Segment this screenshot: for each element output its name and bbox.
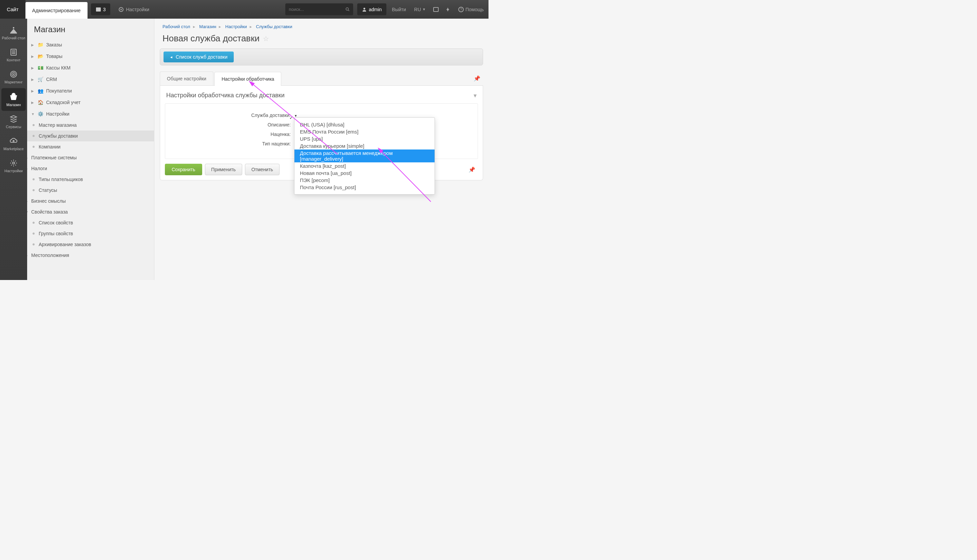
rail-item-marketing[interactable]: Маркетинг: [0, 66, 27, 88]
rail-label: Маркетинг: [0, 80, 27, 84]
top-header: Сайт Администрирование 3 Настройки admin…: [0, 0, 489, 18]
apply-button[interactable]: Применить: [205, 164, 242, 175]
search-input[interactable]: [289, 7, 346, 12]
dropdown-option[interactable]: Новая почта [ua_post]: [294, 170, 434, 177]
sidebar-sub-companies[interactable]: Компании: [27, 142, 154, 152]
logout-link[interactable]: Выйти: [388, 0, 410, 18]
panel-title: Настройки обработчика службы доставки: [166, 92, 285, 99]
content-icon: [10, 48, 18, 56]
sidebar-sub-taxes[interactable]: ▶Налоги: [27, 163, 154, 174]
rail-item-desktop[interactable]: Рабочий стол: [0, 22, 27, 44]
breadcrumb-item[interactable]: Службы доставки: [256, 24, 292, 29]
sidebar-item-orders[interactable]: ▶📁Заказы: [27, 39, 154, 50]
help-link[interactable]: ? Помощь: [454, 0, 489, 18]
breadcrumb-item[interactable]: Настройки: [225, 24, 247, 29]
sidebar-sub-props[interactable]: ▼Свойства заказа: [27, 207, 154, 217]
sidebar-item-settings[interactable]: ▼⚙️Настройки: [27, 108, 154, 120]
dropdown-option[interactable]: Почта России [rus_post]: [294, 184, 434, 191]
service-dropdown-popup: DHL (USA) [dhlusa] EMS Почта России [ems…: [294, 117, 435, 195]
logout-label: Выйти: [392, 7, 406, 12]
label-service: Служба доставки:: [165, 113, 294, 118]
svg-point-16: [13, 73, 14, 75]
sidebar-item-customers[interactable]: ▶👥Покупатели: [27, 85, 154, 97]
gear-icon: ⚙️: [37, 111, 43, 117]
gear-icon: [10, 159, 18, 167]
collapse-icon[interactable]: ▾: [474, 92, 477, 99]
sidebar-sub-archive[interactable]: Архивирование заказов: [27, 239, 154, 250]
sidebar-sub-payerstypes[interactable]: Типы плательщиков: [27, 174, 154, 185]
save-button[interactable]: Сохранить: [165, 164, 202, 175]
menu-label: CRM: [46, 77, 57, 82]
page-title: Новая служба доставки ☆: [154, 32, 489, 48]
settings-panel: Настройки обработчика службы доставки ▾ …: [160, 86, 483, 180]
sidebar-item-products[interactable]: ▶📂Товары: [27, 50, 154, 62]
arrow-icon: ▶: [31, 78, 35, 82]
favorite-star-icon[interactable]: ☆: [263, 35, 269, 43]
menu-label: Архивирование заказов: [39, 242, 91, 247]
sidebar-sub-statuses[interactable]: Статусы: [27, 185, 154, 196]
sidebar-subsub-propgroups[interactable]: Группы свойств: [27, 228, 154, 239]
header-settings-label: Настройки: [126, 7, 149, 12]
breadcrumb-item[interactable]: Магазин: [199, 24, 216, 29]
bullet-icon: [33, 135, 35, 137]
service-select[interactable]: ▾ ✓ DHL (USA) [dhlusa] EMS Почта России …: [294, 113, 297, 118]
dropdown-option[interactable]: EMS Почта России [ems]: [294, 128, 434, 135]
svg-line-4: [348, 10, 349, 11]
pin-icon[interactable]: 📌: [466, 167, 478, 173]
sidebar: Магазин ▶📁Заказы ▶📂Товары ▶💵Кассы ККМ ▶🛒…: [27, 18, 154, 280]
arrow-icon: ▶: [27, 156, 28, 160]
dropdown-option-selected[interactable]: Доставка рассчитывается менеджером [mana…: [294, 150, 434, 162]
menu-label: Службы доставки: [39, 133, 78, 138]
user-button[interactable]: admin: [357, 3, 386, 15]
tab-handler[interactable]: Настройки обработчика: [214, 72, 281, 86]
cancel-button[interactable]: Отменить: [245, 164, 279, 175]
sidebar-sub-locations[interactable]: ▶Местоположения: [27, 250, 154, 261]
sidebar-sub-biz[interactable]: ▶Бизнес смыслы: [27, 196, 154, 207]
breadcrumb-item[interactable]: Рабочий стол: [162, 24, 190, 29]
rail-label: Магазин: [2, 103, 26, 107]
sidebar-subsub-proplist[interactable]: Список свойств: [27, 217, 154, 228]
rail-item-content[interactable]: Контент: [0, 44, 27, 66]
sidebar-item-crm[interactable]: ▶🛒CRM: [27, 73, 154, 85]
rail-item-marketplace[interactable]: Marketplace: [0, 133, 27, 155]
menu-label: Типы плательщиков: [39, 177, 83, 182]
dropdown-option[interactable]: UPS [ups]: [294, 135, 434, 142]
list-delivery-button[interactable]: Список служб доставки: [164, 52, 234, 62]
sidebar-item-cash[interactable]: ▶💵Кассы ККМ: [27, 62, 154, 73]
header-settings-link[interactable]: Настройки: [114, 0, 154, 18]
site-tab-label: Сайт: [7, 7, 18, 12]
dropdown-option[interactable]: ПЭК [pecom]: [294, 177, 434, 184]
dropdown-option[interactable]: DHL (USA) [dhlusa]: [294, 121, 434, 128]
header-pin-icon[interactable]: [442, 0, 454, 18]
gear-icon: [119, 7, 124, 12]
site-tab[interactable]: Сайт: [0, 0, 25, 18]
users-icon: 👥: [37, 88, 43, 94]
admin-tab[interactable]: Администрирование: [25, 2, 87, 18]
pin-icon[interactable]: 📌: [471, 75, 483, 82]
svg-point-5: [364, 7, 365, 9]
cash-icon: 💵: [37, 65, 43, 71]
menu-label: Мастер магазина: [39, 122, 77, 128]
arrow-icon: ▶: [27, 199, 28, 203]
sidebar-item-warehouse[interactable]: ▶🏠Складской учет: [27, 97, 154, 108]
panel-icon: [433, 7, 439, 12]
rail-item-settings[interactable]: Настройки: [0, 155, 27, 177]
header-panel-icon[interactable]: [430, 0, 442, 18]
sidebar-sub-wizard[interactable]: Мастер магазина: [27, 120, 154, 130]
notifications-badge[interactable]: 3: [91, 3, 110, 15]
sidebar-sub-delivery[interactable]: Службы доставки: [27, 130, 154, 142]
menu-label: Статусы: [39, 187, 57, 193]
lang-selector[interactable]: RU ▼: [410, 0, 430, 18]
sidebar-title: Магазин: [27, 18, 154, 39]
sidebar-sub-payment[interactable]: ▶Платежные системы: [27, 152, 154, 163]
rail-item-services[interactable]: Сервисы: [0, 111, 27, 133]
rail-item-shop[interactable]: Магазин: [2, 88, 26, 111]
admin-tab-label: Администрирование: [32, 7, 81, 13]
dropdown-option[interactable]: Доставка курьером [simple]: [294, 142, 434, 150]
search-box[interactable]: [285, 3, 353, 15]
user-icon: [362, 7, 367, 12]
dropdown-option[interactable]: Казпочта [kaz_post]: [294, 162, 434, 170]
tab-general[interactable]: Общие настройки: [160, 72, 214, 85]
menu-label: Компании: [39, 144, 60, 150]
arrow-down-icon: ▼: [27, 210, 28, 214]
